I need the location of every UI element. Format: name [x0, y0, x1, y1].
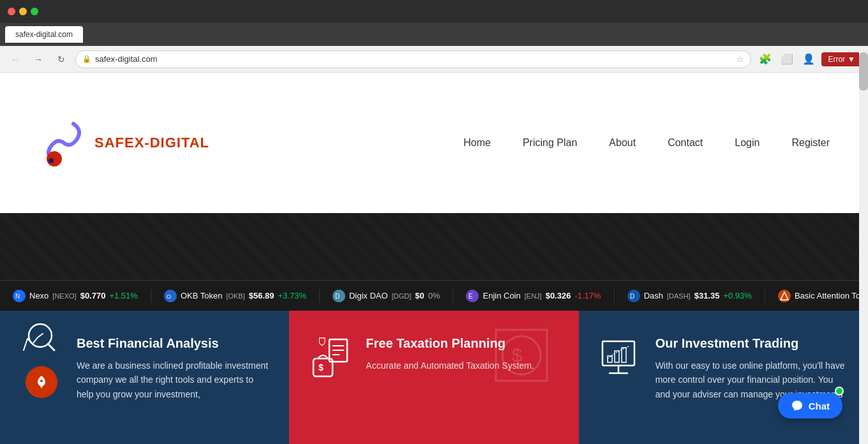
hero-section — [0, 213, 868, 280]
feature-taxation: $ Free Taxation Planning Accurate and Au… — [289, 311, 578, 444]
enj-symbol: [ENJ] — [525, 292, 542, 300]
svg-text:$: $ — [318, 362, 324, 373]
browser-toolbar: ← → ↻ 🔒 safex-digital.com ☆ 🧩 ⬜ 👤 Error … — [0, 46, 868, 73]
svg-line-14 — [48, 344, 54, 350]
rocket-badge — [26, 366, 57, 398]
okb-symbol: [OKB] — [226, 292, 244, 300]
logo-area: SAFEX-DIGITAL — [38, 117, 209, 168]
nexo-change: +1.51% — [109, 291, 137, 300]
chat-button[interactable]: Chat — [778, 393, 842, 418]
ticker-item-dgd: D Digix DAO [DGD] $0 0% — [320, 290, 454, 302]
dgd-name: Digix DAO — [349, 291, 388, 300]
sidebar-button[interactable]: ⬜ — [778, 50, 796, 68]
dgd-icon: D — [333, 290, 345, 302]
features-section: Best Financial Analysis We are a busines… — [0, 311, 868, 444]
dash-symbol: [DASH] — [667, 292, 691, 300]
site-wrapper: SAFEX-DIGITAL Home Pricing Plan About Co… — [0, 73, 868, 444]
trading-content: Our Investment Trading With our easy to … — [655, 336, 849, 401]
back-button[interactable]: ← — [6, 50, 24, 68]
forward-button[interactable]: → — [29, 50, 47, 68]
financial-title: Best Financial Analysis — [77, 336, 270, 351]
bat-icon — [778, 290, 791, 302]
nav-login[interactable]: Login — [735, 137, 760, 149]
scrollbar-track[interactable] — [859, 50, 868, 444]
svg-point-15 — [40, 380, 43, 382]
browser-tabs: safex-digital.com — [0, 23, 868, 46]
okb-icon: O — [164, 290, 177, 302]
main-nav: Home Pricing Plan About Contact Login Re… — [463, 137, 830, 149]
nav-register[interactable]: Register — [791, 137, 830, 149]
dgd-change: 0% — [428, 291, 440, 300]
nexo-price: $0.770 — [80, 291, 106, 300]
trading-icon-wrap — [598, 336, 643, 381]
chat-icon — [791, 399, 804, 412]
nexo-icon: N — [13, 290, 26, 302]
browser-chrome — [0, 0, 868, 23]
feature-trading: Our Investment Trading With our easy to … — [579, 311, 868, 444]
error-button[interactable]: Error ▼ — [821, 52, 862, 66]
trading-title: Our Investment Trading — [655, 336, 849, 351]
security-icon: 🔒 — [82, 55, 91, 63]
financial-content: Best Financial Analysis We are a busines… — [77, 336, 270, 401]
bat-name: Basic Attention Token — [795, 291, 868, 300]
active-tab[interactable]: safex-digital.com — [5, 26, 83, 43]
enj-name: Enjin Coin — [483, 291, 520, 300]
scrollbar-thumb[interactable] — [859, 52, 868, 91]
ticker-item-nexo: N Nexo [NEXO] $0.770 +1.51% — [0, 290, 151, 302]
okb-name: OKB Token — [181, 291, 223, 300]
nav-home[interactable]: Home — [463, 137, 491, 149]
svg-point-2 — [49, 158, 54, 163]
taxation-icon-wrap: $ — [308, 336, 353, 381]
profile-button[interactable]: 👤 — [800, 50, 818, 68]
address-bar[interactable]: 🔒 safex-digital.com ☆ — [75, 50, 751, 68]
svg-text:D: D — [630, 293, 634, 300]
nav-pricing[interactable]: Pricing Plan — [523, 137, 577, 149]
dgd-symbol: [DGD] — [392, 292, 412, 300]
enj-icon: E — [466, 290, 479, 302]
ticker-bar: N Nexo [NEXO] $0.770 +1.51% O OKB Token … — [0, 280, 868, 311]
ticker-item-dash: D Dash [DASH] $31.35 +0.93% — [615, 290, 765, 302]
browser-actions: 🧩 ⬜ 👤 Error ▼ — [756, 50, 862, 68]
svg-marker-8 — [781, 292, 788, 300]
svg-text:N: N — [15, 293, 20, 300]
enj-change: -1.17% — [574, 291, 601, 300]
logo-graphic — [38, 117, 89, 168]
enj-price: $0.326 — [546, 291, 571, 300]
chat-label: Chat — [809, 401, 830, 411]
svg-line-12 — [33, 337, 38, 344]
financial-desc: We are a business inclined profitable in… — [77, 359, 270, 401]
ticker-item-enj: E Enjin Coin [ENJ] $0.326 -1.17% — [453, 290, 614, 302]
site-header: SAFEX-DIGITAL Home Pricing Plan About Co… — [0, 73, 868, 213]
dash-price: $31.35 — [694, 291, 720, 300]
url-display: safex-digital.com — [95, 54, 733, 64]
reload-button[interactable]: ↻ — [52, 50, 70, 68]
logo-text: SAFEX-DIGITAL — [94, 135, 209, 151]
nav-contact[interactable]: Contact — [668, 137, 703, 149]
okb-change: +3.73% — [278, 291, 306, 300]
svg-rect-27 — [622, 348, 626, 362]
online-indicator — [835, 387, 844, 396]
taxation-title: Free Taxation Planning — [366, 336, 559, 351]
dash-icon: D — [627, 290, 640, 302]
dash-change: +0.93% — [723, 291, 751, 300]
svg-line-10 — [24, 339, 27, 350]
svg-text:D: D — [335, 293, 340, 300]
feature-financial: Best Financial Analysis We are a busines… — [0, 311, 289, 444]
taxation-content: Free Taxation Planning Accurate and Auto… — [366, 336, 559, 373]
svg-line-13 — [38, 334, 43, 337]
nav-about[interactable]: About — [609, 137, 636, 149]
ticker-content: N Nexo [NEXO] $0.770 +1.51% O OKB Token … — [0, 290, 868, 302]
nexo-symbol: [NEXO] — [52, 292, 76, 300]
dash-name: Dash — [644, 291, 663, 300]
svg-text:O: O — [167, 293, 171, 300]
ticker-item-bat: Basic Attention Token [BAT] $0.249 — [765, 290, 868, 302]
svg-text:E: E — [468, 293, 473, 300]
okb-price: $56.89 — [249, 291, 274, 300]
nexo-name: Nexo — [29, 291, 49, 300]
ticker-item-okb: O OKB Token [OKB] $56.89 +3.73% — [151, 290, 320, 302]
taxation-desc: Accurate and Automated Taxation System. — [366, 359, 559, 373]
dgd-price: $0 — [415, 291, 424, 300]
financial-icon-wrap — [19, 336, 64, 381]
extensions-button[interactable]: 🧩 — [756, 50, 774, 68]
star-icon[interactable]: ☆ — [737, 54, 744, 64]
